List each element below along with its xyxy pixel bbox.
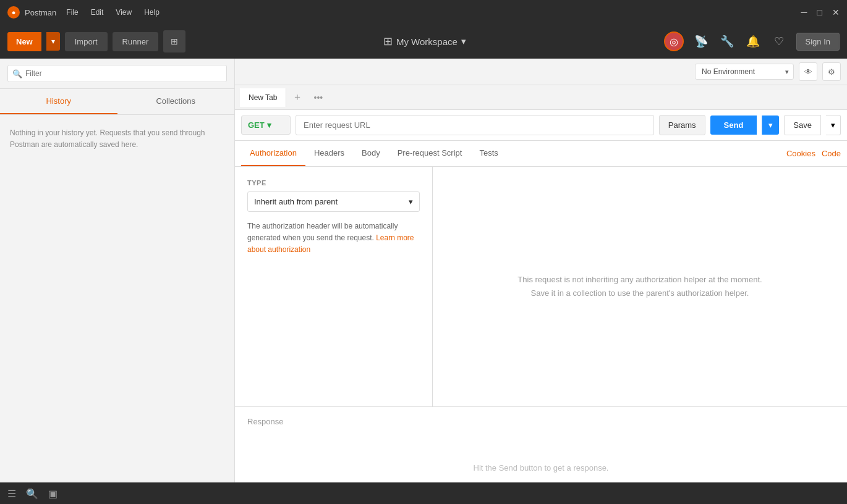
- new-button-dropdown[interactable]: ▾: [46, 32, 60, 51]
- titlebar: ● Postman File Edit View Help ─ □ ✕: [0, 0, 847, 25]
- sidebar: 🔍 History Collections Nothing in your hi…: [0, 59, 235, 482]
- type-label: TYPE: [247, 179, 420, 187]
- settings-icon[interactable]: 🔧: [718, 33, 736, 50]
- maximize-button[interactable]: □: [817, 7, 822, 17]
- titlebar-left: ● Postman File Edit View Help: [7, 6, 164, 19]
- add-tab-button[interactable]: ＋: [286, 88, 309, 106]
- response-label: Response: [247, 417, 835, 426]
- main-content: 🔍 History Collections Nothing in your hi…: [0, 59, 847, 482]
- workspace-selector-area: ⊞ My Workspace ▾: [190, 35, 658, 48]
- response-area: Response Hit the Send button to get a re…: [235, 406, 847, 482]
- req-tab-tests[interactable]: Tests: [470, 141, 506, 166]
- sign-in-button[interactable]: Sign In: [796, 33, 840, 51]
- cookies-link[interactable]: Cookies: [786, 149, 815, 158]
- extra-button[interactable]: ⊞: [163, 30, 185, 52]
- search-bottom-icon[interactable]: 🔍: [26, 488, 38, 500]
- console-icon[interactable]: ▣: [48, 488, 57, 500]
- gear-icon: ⚙: [828, 67, 835, 77]
- filter-wrap: 🔍: [7, 65, 227, 82]
- code-link[interactable]: Code: [822, 149, 841, 158]
- new-button[interactable]: New: [7, 32, 41, 51]
- environment-settings-button[interactable]: ⚙: [822, 62, 841, 81]
- request-tabs: Authorization Headers Body Pre-request S…: [235, 141, 847, 167]
- request-row: GET ▾ Params Send ▾ Save ▾: [235, 110, 847, 141]
- bottom-bar: ☰ 🔍 ▣: [0, 482, 847, 504]
- tab-more-button[interactable]: •••: [309, 90, 328, 105]
- req-tab-body[interactable]: Body: [353, 141, 389, 166]
- satellite-icon[interactable]: 📡: [692, 33, 710, 50]
- tab-bar: New Tab ＋ •••: [235, 85, 847, 110]
- filter-search-icon: 🔍: [12, 69, 22, 78]
- method-label: GET: [248, 120, 265, 130]
- window-controls: ─ □ ✕: [801, 7, 840, 17]
- workspace-grid-icon: ⊞: [383, 35, 393, 48]
- req-tab-pre-request[interactable]: Pre-request Script: [389, 141, 471, 166]
- sidebar-content: Nothing in your history yet. Requests th…: [0, 115, 234, 482]
- toolbar-right: ◎ 📡 🔧 🔔 ♡ Sign In: [664, 32, 840, 51]
- sidebar-toggle-icon[interactable]: ☰: [7, 488, 16, 500]
- postman-logo: ●: [7, 6, 20, 19]
- workspace-name: My Workspace: [396, 36, 458, 47]
- save-dropdown-button[interactable]: ▾: [826, 115, 841, 135]
- sidebar-tab-collections[interactable]: Collections: [117, 89, 235, 114]
- auth-info-message: This request is not inheriting any autho…: [516, 273, 764, 300]
- tab-new[interactable]: New Tab: [240, 88, 286, 107]
- auth-right-panel: This request is not inheriting any autho…: [433, 167, 847, 406]
- workspace-dropdown-icon: ▾: [461, 36, 466, 47]
- eye-icon: 👁: [804, 67, 812, 77]
- history-empty-message: Nothing in your history yet. Requests th…: [10, 128, 205, 149]
- response-hint: Hit the Send button to get a response.: [247, 463, 835, 472]
- auth-content: TYPE Inherit auth from parent ▾ The auth…: [235, 167, 847, 406]
- menu-file[interactable]: File: [61, 7, 83, 18]
- workspace-selector[interactable]: ⊞ My Workspace ▾: [383, 35, 466, 48]
- tab-label: New Tab: [249, 93, 277, 102]
- environment-select-wrap: No Environment ▾: [695, 64, 794, 80]
- req-tab-headers[interactable]: Headers: [305, 141, 353, 166]
- avatar[interactable]: ◎: [664, 32, 684, 51]
- environment-eye-button[interactable]: 👁: [799, 62, 817, 81]
- send-dropdown-button[interactable]: ▾: [762, 116, 779, 135]
- toolbar: New ▾ Import Runner ⊞ ⊞ My Workspace ▾ ◎…: [0, 25, 847, 59]
- app-name: Postman: [25, 8, 56, 17]
- filter-input[interactable]: [7, 65, 227, 82]
- close-button[interactable]: ✕: [832, 7, 840, 17]
- sidebar-tab-history[interactable]: History: [0, 89, 117, 114]
- req-tab-authorization[interactable]: Authorization: [241, 141, 305, 166]
- request-tabs-right: Cookies Code: [786, 149, 841, 158]
- auth-left-panel: TYPE Inherit auth from parent ▾ The auth…: [235, 167, 433, 406]
- filter-bar: 🔍: [0, 59, 234, 89]
- http-method-select[interactable]: GET ▾: [241, 116, 291, 135]
- heart-icon[interactable]: ♡: [770, 33, 788, 50]
- minimize-button[interactable]: ─: [801, 7, 807, 17]
- menu-view[interactable]: View: [111, 7, 137, 18]
- method-dropdown-icon: ▾: [267, 120, 271, 130]
- avatar-icon: ◎: [670, 36, 678, 48]
- environment-bar: No Environment ▾ 👁 ⚙: [235, 59, 847, 85]
- menu-edit[interactable]: Edit: [86, 7, 109, 18]
- notifications-icon[interactable]: 🔔: [744, 33, 762, 50]
- send-button[interactable]: Send: [710, 116, 757, 135]
- menu-bar: File Edit View Help: [61, 7, 164, 18]
- menu-help[interactable]: Help: [139, 7, 164, 18]
- params-button[interactable]: Params: [659, 115, 705, 135]
- grid-icon: ⊞: [171, 36, 178, 46]
- save-button[interactable]: Save: [784, 115, 821, 135]
- sidebar-tabs: History Collections: [0, 89, 234, 115]
- auth-type-select[interactable]: Inherit auth from parent ▾: [247, 191, 420, 212]
- auth-type-dropdown-icon: ▾: [409, 197, 413, 206]
- auth-description-text: The authorization header will be automat…: [247, 222, 398, 242]
- import-button[interactable]: Import: [65, 32, 108, 51]
- environment-select[interactable]: No Environment: [695, 64, 794, 80]
- auth-type-value: Inherit auth from parent: [254, 197, 338, 206]
- runner-button[interactable]: Runner: [113, 32, 159, 51]
- request-area: No Environment ▾ 👁 ⚙ New Tab ＋ ••• GET ▾: [235, 59, 847, 482]
- url-input[interactable]: [296, 115, 654, 135]
- auth-description: The authorization header will be automat…: [247, 220, 420, 256]
